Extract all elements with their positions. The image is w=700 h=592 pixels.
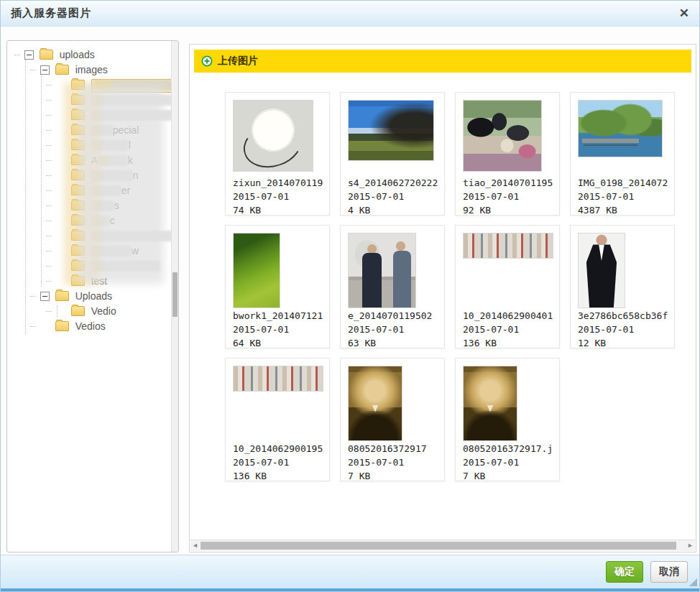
tree-node[interactable]: n	[7, 167, 171, 182]
upload-images-button[interactable]: 上传图片	[194, 50, 691, 73]
file-name: tiao_20140701195	[463, 176, 553, 190]
tree-node[interactable]: c	[7, 213, 171, 228]
file-meta: IMG_0198_2014072 2015-07-01 4387 KB	[578, 176, 668, 217]
thumbnail-image[interactable]	[463, 366, 517, 441]
file-name: 08052016372917	[348, 442, 427, 455]
tree-connector	[46, 311, 52, 312]
redacted-folder-name	[91, 261, 160, 272]
tree-node[interactable]: test	[7, 273, 171, 288]
image-card[interactable]: bwork1_201407121 2015-07-01 64 KB	[225, 225, 330, 348]
redacted-folder-name	[91, 200, 114, 211]
tree-vertical-scrollbar[interactable]	[171, 41, 178, 552]
tree-node[interactable]	[7, 228, 171, 243]
thumbnail-image[interactable]	[463, 233, 553, 259]
file-size: 136 KB	[233, 469, 323, 483]
tree-node[interactable]: Ak	[7, 152, 171, 167]
redacted-folder-name	[91, 246, 132, 256]
folder-icon	[71, 185, 85, 195]
tree-node[interactable]: pecial	[7, 122, 171, 137]
folder-icon	[71, 261, 85, 271]
thumbnail-image[interactable]	[348, 100, 434, 161]
folder-icon	[55, 65, 69, 75]
collapse-minus-icon[interactable]	[40, 292, 50, 301]
folder-tree-panel: uploads images pecial l Ak	[6, 40, 179, 552]
tree-node-label	[91, 79, 178, 91]
file-name: bwork1_201407121	[233, 309, 323, 323]
thumbnail-image[interactable]	[578, 233, 625, 308]
thumbnail-image[interactable]	[233, 100, 313, 172]
close-icon[interactable]: ✕	[679, 7, 689, 19]
thumbnail-image[interactable]	[233, 366, 323, 392]
tree-node[interactable]: Vedios	[7, 318, 171, 333]
folder-icon	[71, 231, 85, 241]
tree-node-label: Uploads	[75, 290, 112, 302]
tree-node[interactable]: w	[7, 243, 171, 258]
image-card[interactable]: 3e2786bc658cb36f 2015-07-01 12 KB	[570, 225, 675, 348]
tree-node[interactable]: uploads	[7, 47, 171, 62]
thumbnail-image[interactable]	[578, 100, 663, 157]
folder-icon	[71, 306, 85, 316]
image-card[interactable]: s4_2014062720222 2015-07-01 4 KB	[340, 92, 445, 216]
image-card[interactable]: zixun_2014070119 2015-07-01 74 KB	[225, 92, 330, 216]
tree-node[interactable]	[7, 92, 171, 107]
file-name: s4_2014062720222	[348, 176, 438, 190]
file-date: 2015-07-01	[578, 323, 668, 336]
image-card[interactable]: 08052016372917.j 2015-07-01 7 KB	[455, 358, 560, 481]
tree-node-label: s	[91, 200, 119, 211]
tree-node-label: Vedio	[91, 305, 116, 317]
tree-node[interactable]	[7, 77, 171, 92]
ok-button[interactable]: 确定	[606, 561, 643, 583]
image-card[interactable]: e_2014070119502 2015-07-01 63 KB	[340, 225, 445, 348]
collapse-minus-icon[interactable]	[40, 65, 50, 75]
image-card[interactable]: 08052016372917 2015-07-01 7 KB	[340, 358, 445, 481]
thumbnail-image[interactable]	[233, 233, 280, 308]
folder-icon	[71, 125, 85, 135]
image-card[interactable]: tiao_20140701195 2015-07-01 92 KB	[455, 92, 560, 216]
folder-icon	[71, 155, 85, 165]
tree-node[interactable]: l	[7, 137, 171, 152]
tree-node[interactable]: images	[7, 62, 171, 77]
tree-connector	[30, 70, 36, 70]
scroll-left-arrow-icon[interactable]: ◄	[190, 540, 200, 551]
image-card[interactable]: 10_2014062900195 2015-07-01 136 KB	[225, 358, 330, 481]
file-name: 3e2786bc658cb36f	[578, 309, 668, 323]
tree-node[interactable]: Uploads	[7, 288, 171, 303]
tree-node[interactable]: Vedio	[7, 303, 171, 318]
file-name: e_2014070119502	[348, 309, 432, 323]
file-meta: 10_2014062900195 2015-07-01 136 KB	[233, 442, 323, 483]
image-card[interactable]: 10_2014062900401 2015-07-01 136 KB	[455, 225, 560, 348]
collapse-minus-icon[interactable]	[24, 50, 34, 60]
tree-node[interactable]: er	[7, 182, 171, 198]
thumbnail-image[interactable]	[463, 100, 542, 172]
thumbnail-image[interactable]	[348, 366, 402, 441]
tree-node-label: test	[91, 275, 108, 287]
tree-node[interactable]: s	[7, 198, 171, 213]
cancel-button[interactable]: 取消	[650, 561, 688, 583]
tree-node[interactable]	[7, 258, 171, 273]
tree-connector	[14, 55, 20, 55]
scroll-right-arrow-icon[interactable]: ►	[686, 540, 695, 551]
tree-connector	[46, 190, 52, 191]
resize-handle[interactable]	[689, 578, 697, 586]
file-size: 7 KB	[348, 469, 427, 483]
redacted-folder-name	[91, 110, 179, 121]
tree-node-label: Vedios	[75, 320, 106, 332]
horizontal-scrollbar[interactable]: ◄ ►	[190, 540, 695, 551]
scrollbar-thumb[interactable]	[201, 542, 676, 550]
folder-icon	[71, 140, 85, 150]
redacted-folder-name	[91, 231, 175, 241]
scrollbar-thumb[interactable]	[172, 272, 178, 317]
upload-images-label: 上传图片	[218, 55, 258, 68]
tree-connector	[46, 175, 52, 176]
thumbnail-image[interactable]	[348, 233, 416, 308]
dialog-title: 插入服务器图片	[11, 6, 91, 20]
file-name: 10_2014062900195	[233, 442, 323, 455]
tree-connector	[46, 130, 52, 131]
tree-node[interactable]	[7, 107, 171, 122]
tree-connector	[30, 326, 36, 327]
image-card[interactable]: IMG_0198_2014072 2015-07-01 4387 KB	[570, 92, 675, 216]
tree-connector	[46, 160, 52, 161]
file-name: IMG_0198_2014072	[578, 176, 668, 190]
selected-tree-node-highlight	[91, 79, 178, 93]
tree-node-label	[91, 109, 179, 121]
